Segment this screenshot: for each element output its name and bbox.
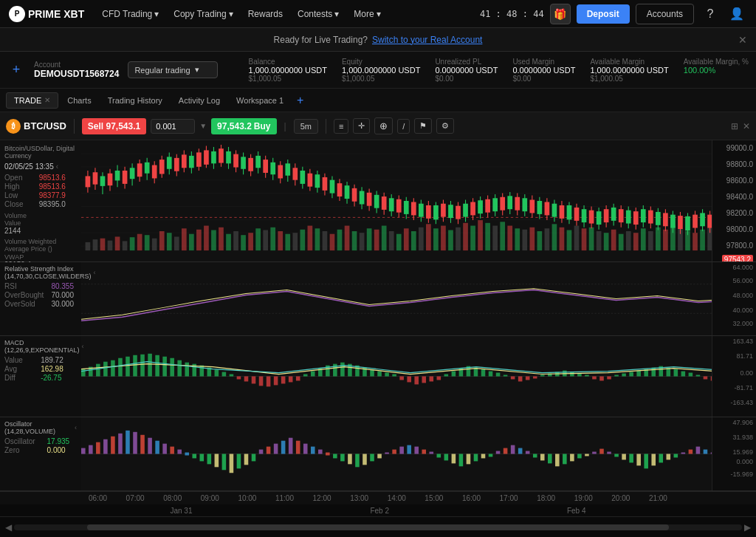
banner-close-icon[interactable]: ✕ — [738, 34, 747, 46]
scroll-thumb[interactable] — [87, 524, 670, 530]
svg-rect-85 — [648, 231, 653, 250]
flag-button[interactable]: ⚑ — [414, 118, 432, 134]
svg-rect-118 — [152, 165, 157, 179]
chart-expand-icon[interactable]: ⊞ — [731, 121, 738, 131]
svg-rect-56 — [433, 228, 439, 250]
chevron-down-icon: ▾ — [229, 9, 233, 19]
add-account-button[interactable]: + — [7, 61, 25, 79]
account-type-selector[interactable]: Regular trading ▾ — [128, 61, 217, 78]
time-scale: 06:00 07:00 08:00 09:00 10:00 11:00 12:0… — [0, 491, 756, 504]
svg-rect-9 — [86, 242, 91, 250]
btc-icon: ₿ — [6, 119, 21, 134]
svg-rect-400 — [274, 444, 278, 454]
chart-symbol: ₿ BTC/USD — [6, 119, 66, 134]
svg-rect-220 — [529, 200, 535, 213]
user-icon[interactable]: 👤 — [726, 4, 747, 24]
svg-rect-244 — [619, 209, 624, 222]
tab-activity-log[interactable]: Activity Log — [171, 93, 227, 108]
crosshair-button[interactable]: ✛ — [353, 118, 370, 134]
svg-rect-338 — [496, 373, 501, 377]
avail-margin-item: Available Margin 1,000.0000000 USDT $1,0… — [590, 58, 668, 83]
nav-cfd-trading[interactable]: CFD Trading ▾ — [96, 6, 165, 22]
tab-trading-history[interactable]: Trading History — [100, 93, 170, 108]
chart-scrollbar[interactable]: ◀ ▶ — [0, 516, 756, 537]
svg-rect-446 — [614, 454, 619, 457]
nav-contests[interactable]: Contests ▾ — [292, 6, 345, 22]
svg-rect-166 — [330, 180, 335, 194]
rsi-chart[interactable]: 64.000 56.000 48.000 40.000 32.000 — [81, 262, 756, 335]
scroll-track[interactable] — [14, 524, 742, 530]
svg-rect-448 — [629, 454, 633, 463]
avail-margin-pct-item: Available Margin, % 100.00% — [684, 58, 749, 83]
indicator-button[interactable]: ⊕ — [374, 117, 393, 134]
svg-rect-260 — [678, 216, 683, 229]
svg-rect-454 — [674, 454, 678, 458]
svg-rect-313 — [311, 372, 315, 377]
nav-copy-trading[interactable]: Copy Trading ▾ — [168, 6, 238, 22]
svg-rect-376 — [96, 442, 100, 454]
svg-rect-204 — [470, 202, 475, 215]
svg-rect-391 — [207, 454, 212, 465]
tab-workspace[interactable]: Workspace 1 — [229, 93, 291, 108]
svg-rect-240 — [604, 209, 609, 222]
buy-button[interactable]: 97,543.2 Buy — [211, 118, 276, 134]
svg-rect-164 — [323, 177, 328, 191]
oscillator-chart[interactable]: 47.906 31.938 15.969 0.000 -15.969 — [81, 417, 756, 490]
gift-button[interactable]: 🎁 — [550, 4, 571, 24]
svg-rect-339 — [504, 375, 508, 377]
svg-rect-393 — [222, 454, 227, 471]
tab-close-trade[interactable]: ✕ — [44, 96, 50, 104]
scroll-right-icon[interactable]: ▶ — [742, 522, 753, 533]
svg-rect-160 — [308, 174, 313, 187]
switch-account-link[interactable]: Switch to your Real Account — [372, 35, 482, 45]
deposit-button[interactable]: Deposit — [577, 4, 630, 24]
svg-rect-36 — [285, 234, 290, 250]
svg-rect-124 — [174, 158, 179, 171]
svg-rect-62 — [478, 220, 483, 250]
svg-rect-440 — [570, 454, 574, 462]
svg-rect-312 — [303, 374, 308, 377]
svg-rect-349 — [577, 374, 582, 377]
svg-rect-433 — [518, 448, 523, 454]
tab-charts[interactable]: Charts — [60, 93, 98, 108]
chevron-down-icon: ▾ — [154, 9, 159, 19]
sell-button[interactable]: Sell 97,543.1 — [82, 118, 146, 134]
nav-more[interactable]: More ▾ — [348, 6, 386, 22]
lot-size-input[interactable] — [151, 119, 195, 134]
draw-tool-button[interactable]: / — [397, 119, 410, 134]
svg-rect-48 — [374, 230, 379, 250]
nav-rewards[interactable]: Rewards — [242, 6, 289, 22]
macd-chart[interactable]: 163.43 81.71 0.00 -81.71 -163.43 — [81, 336, 756, 417]
svg-rect-43 — [337, 230, 343, 250]
svg-rect-64 — [492, 226, 498, 251]
settings-button[interactable]: ⚙ — [436, 118, 454, 134]
candlestick-chart[interactable]: 99000.0 98800.0 98600.0 98400.0 98200.0 … — [81, 140, 756, 261]
svg-rect-394 — [230, 454, 234, 473]
svg-rect-408 — [333, 454, 337, 459]
chart-close-icon[interactable]: ✕ — [743, 121, 750, 131]
svg-rect-12 — [108, 241, 113, 250]
svg-rect-456 — [689, 450, 693, 454]
svg-rect-293 — [162, 357, 167, 377]
svg-rect-444 — [599, 449, 604, 454]
add-tab-button[interactable]: + — [292, 94, 308, 107]
svg-rect-63 — [485, 223, 490, 250]
svg-rect-26 — [211, 230, 216, 251]
scroll-left-icon[interactable]: ◀ — [3, 522, 14, 533]
accounts-button[interactable]: Accounts — [636, 4, 694, 24]
svg-rect-359 — [651, 368, 656, 377]
svg-rect-438 — [555, 454, 560, 467]
lot-size-unit: ▼ — [199, 122, 207, 130]
tab-trade[interactable]: TRADE ✕ — [6, 92, 58, 109]
svg-rect-451 — [651, 454, 656, 466]
svg-rect-45 — [352, 231, 357, 250]
svg-rect-128 — [189, 156, 194, 168]
help-icon[interactable]: ? — [700, 4, 721, 24]
svg-rect-77 — [589, 228, 594, 250]
bar-chart-type-button[interactable]: ≡ — [334, 119, 348, 134]
svg-rect-337 — [489, 372, 493, 377]
timeframe-selector[interactable]: 5m — [294, 119, 318, 134]
svg-rect-184 — [396, 199, 402, 213]
svg-rect-389 — [192, 454, 196, 459]
svg-rect-442 — [585, 454, 589, 456]
